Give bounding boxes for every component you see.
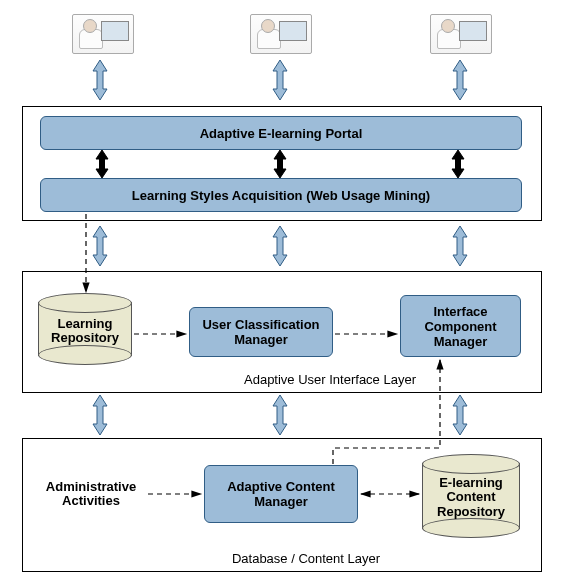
admin-activities-label: Administrative Activities	[36, 480, 146, 509]
user-icon	[72, 14, 134, 54]
ui-layer-label: Adaptive User Interface Layer	[220, 372, 440, 387]
architecture-diagram: Adaptive E-learning Portal Learning Styl…	[0, 0, 566, 584]
content-mgr-label: Adaptive Content Manager	[209, 479, 353, 509]
portal-box: Adaptive E-learning Portal	[40, 116, 522, 150]
learning-repo-cylinder: Learning Repository	[38, 293, 132, 365]
content-repo-cylinder: E-learning Content Repository	[422, 454, 520, 538]
acquisition-label: Learning Styles Acquisition (Web Usage M…	[132, 188, 430, 203]
content-repo-label: E-learning Content Repository	[422, 476, 520, 519]
content-mgr-box: Adaptive Content Manager	[204, 465, 358, 523]
user-icon	[250, 14, 312, 54]
user-icon	[430, 14, 492, 54]
user-class-mgr-box: User Classification Manager	[189, 307, 333, 357]
acquisition-box: Learning Styles Acquisition (Web Usage M…	[40, 178, 522, 212]
content-layer-label: Database / Content Layer	[206, 551, 406, 566]
interface-mgr-box: Interface Component Manager	[400, 295, 521, 357]
learning-repo-label: Learning Repository	[38, 317, 132, 346]
portal-label: Adaptive E-learning Portal	[200, 126, 363, 141]
interface-mgr-label: Interface Component Manager	[405, 304, 516, 349]
user-class-mgr-label: User Classification Manager	[194, 317, 328, 347]
